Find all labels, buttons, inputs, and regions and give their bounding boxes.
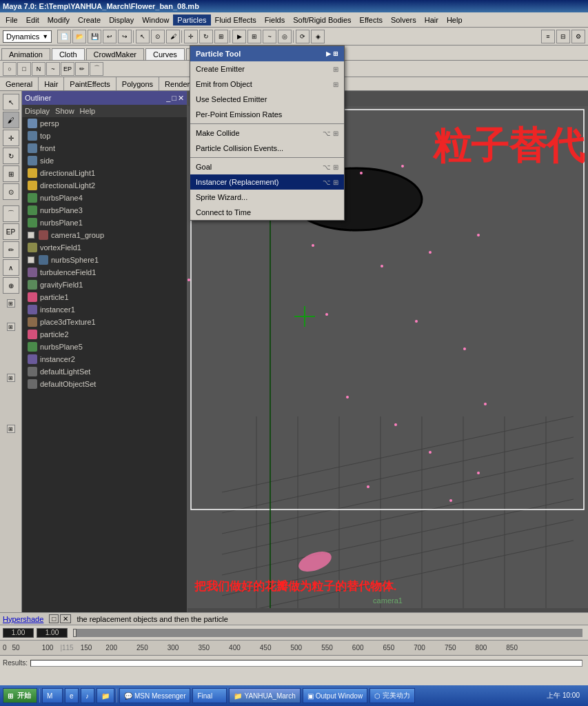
move-tool[interactable]: ✛	[3, 130, 19, 146]
hypershade-close[interactable]: ✕	[60, 614, 71, 623]
outliner-item-nurbsplane4[interactable]: nurbsPlane4	[22, 192, 187, 204]
menu-connect-time[interactable]: Connect to Time	[190, 205, 344, 220]
menu-window[interactable]: Window	[138, 14, 173, 26]
outliner-menu-help[interactable]: Help	[80, 107, 96, 115]
select-tool[interactable]: ↖	[3, 94, 19, 110]
outliner-item-top[interactable]: top	[22, 130, 187, 142]
measure-tool[interactable]: ⊕	[3, 277, 19, 294]
outliner-item-persp[interactable]: persp	[22, 117, 187, 130]
menu-particle-tool[interactable]: Particle Tool ▶ ⊞	[190, 46, 344, 61]
move-btn[interactable]: ✛	[184, 30, 198, 43]
redo-btn[interactable]: ↪	[118, 30, 132, 43]
taskbar-final-btn[interactable]: Final	[192, 688, 227, 703]
taskbar-folders-btn[interactable]: 📁	[97, 688, 114, 703]
menu-solvers[interactable]: Solvers	[387, 14, 420, 26]
outliner-item-instancer2[interactable]: instancer2	[22, 353, 187, 365]
outliner-menu-show[interactable]: Show	[55, 107, 74, 115]
start-button[interactable]: ⊞ 开始	[3, 688, 37, 703]
expand-tool3[interactable]: ⊞	[7, 374, 15, 382]
outliner-item-front[interactable]: front	[22, 142, 187, 154]
menu-effects[interactable]: Effects	[356, 14, 387, 26]
menu-modify[interactable]: Modify	[43, 14, 74, 26]
outliner-item-particle2[interactable]: particle2	[22, 328, 187, 341]
range-slider[interactable]	[73, 629, 582, 637]
taskbar-winamp-btn[interactable]: ♪	[81, 688, 94, 703]
attr-tab-hair[interactable]: Hair	[39, 77, 64, 90]
snap-point-btn[interactable]: ◎	[278, 30, 292, 43]
menu-create[interactable]: Create	[74, 14, 105, 26]
wave-btn[interactable]: ~	[46, 62, 60, 76]
expand-tool1[interactable]: ⊞	[7, 299, 15, 307]
select-btn[interactable]: ↖	[136, 30, 150, 43]
range-start[interactable]	[3, 628, 34, 638]
attr-tab-general[interactable]: General	[0, 77, 39, 90]
n-shape-btn[interactable]: N	[32, 62, 45, 76]
save-btn[interactable]: 💾	[88, 30, 101, 43]
snap-curve-btn[interactable]: ~	[263, 30, 276, 43]
outliner-item-texture[interactable]: place3dTexture1	[22, 316, 187, 328]
menu-soft-rigid[interactable]: Soft/Rigid Bodies	[289, 14, 355, 26]
render-btn[interactable]: ▶	[232, 30, 246, 43]
menu-create-emitter[interactable]: Create Emitter ⊞	[190, 61, 344, 77]
taskbar-maya[interactable]: M	[42, 688, 63, 703]
scale-tool[interactable]: ⊞	[3, 165, 19, 182]
menu-file[interactable]: File	[1, 14, 22, 26]
attr-editor-btn[interactable]: ⊟	[556, 30, 570, 43]
expand-tool4[interactable]: ⊞	[7, 425, 15, 433]
expand-sphere-btn[interactable]: +	[28, 256, 34, 263]
circle-btn[interactable]: ○	[3, 62, 17, 76]
menu-particles[interactable]: Particles	[173, 14, 210, 26]
ep-btn[interactable]: EP	[61, 62, 74, 76]
menu-hair[interactable]: Hair	[420, 14, 443, 26]
expand-camera-btn[interactable]: +	[28, 232, 34, 239]
outliner-item-nurbssphere1[interactable]: + nurbsSphere1	[22, 254, 187, 266]
hypershade-restore[interactable]: □	[49, 614, 59, 623]
rotate-tool[interactable]: ↻	[3, 148, 19, 164]
tool-settings-btn[interactable]: ⚙	[571, 30, 585, 43]
arc-tool[interactable]: ∧	[3, 259, 19, 276]
menu-make-collide[interactable]: Make Collide ⌥ ⊞	[190, 125, 344, 141]
outliner-minimize[interactable]: _	[166, 94, 170, 103]
menu-emit-from-obj[interactable]: Emit from Object ⊞	[190, 77, 344, 92]
menu-instancer[interactable]: Instancer (Replacement) ⌥ ⊞	[190, 174, 344, 190]
menu-fields[interactable]: Fields	[261, 14, 289, 26]
outliner-item-camera1group[interactable]: + camera1_group	[22, 229, 187, 241]
outliner-item-defaultlightset[interactable]: defaultLightSet	[22, 365, 187, 378]
lasso-btn[interactable]: ⊙	[151, 30, 165, 43]
outliner-item-turbulence[interactable]: turbulenceField1	[22, 266, 187, 279]
curve-tool[interactable]: ⌒	[3, 205, 19, 222]
taskbar-wanmei-btn[interactable]: ⬡ 完美动力	[369, 688, 415, 703]
arc-btn[interactable]: ⌒	[90, 62, 103, 76]
menu-per-point[interactable]: Per-Point Emission Rates	[190, 107, 344, 122]
outliner-item-dirlight1[interactable]: directionalLight1	[22, 167, 187, 179]
tab-crowdmaker[interactable]: CrowdMaker	[86, 48, 144, 60]
dynamics-dropdown[interactable]: Dynamics ▼	[3, 30, 52, 43]
tab-curves[interactable]: Curves	[145, 48, 185, 60]
channel-box-btn[interactable]: ≡	[541, 30, 555, 43]
outliner-item-nurbsplane3[interactable]: nurbsPlane3	[22, 204, 187, 216]
open-file-btn[interactable]: 📂	[72, 30, 86, 43]
menu-sprite-wizard[interactable]: Sprite Wizard...	[190, 190, 344, 205]
outliner-restore[interactable]: □	[172, 94, 176, 103]
taskbar-yanhua-btn[interactable]: 📁 YANHUA_March	[229, 688, 300, 703]
pencil-tool[interactable]: ✏	[3, 241, 19, 258]
history-btn[interactable]: ⟳	[296, 30, 310, 43]
menu-edit[interactable]: Edit	[22, 14, 43, 26]
paint-tool[interactable]: 🖌	[3, 112, 19, 128]
outliner-item-nurbsplane1[interactable]: nurbsPlane1	[22, 216, 187, 229]
menu-help[interactable]: Help	[443, 14, 467, 26]
new-file-btn[interactable]: 📄	[57, 30, 71, 43]
expand-tool2[interactable]: ⊞	[7, 323, 15, 331]
snap-grid-btn[interactable]: ⊞	[247, 30, 261, 43]
outliner-item-dirlight2[interactable]: directionalLight2	[22, 179, 187, 192]
outliner-item-vortex[interactable]: vortexField1	[22, 241, 187, 254]
rotate-btn[interactable]: ↻	[199, 30, 213, 43]
square-btn[interactable]: □	[17, 62, 31, 76]
outliner-item-defaultobjset[interactable]: defaultObjectSet	[22, 378, 187, 390]
tab-animation[interactable]: Animation	[1, 48, 50, 60]
menu-use-selected-emitter[interactable]: Use Selected Emitter	[190, 92, 344, 107]
undo-btn[interactable]: ↩	[103, 30, 116, 43]
menu-display[interactable]: Display	[105, 14, 138, 26]
range-end[interactable]	[37, 628, 68, 638]
menu-particle-collision[interactable]: Particle Collision Events...	[190, 141, 344, 156]
